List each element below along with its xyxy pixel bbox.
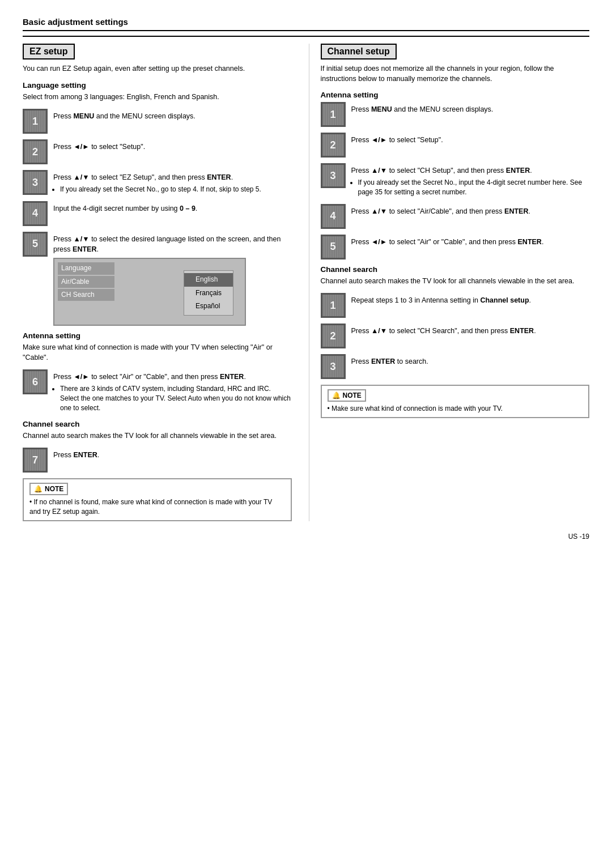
ez-channel-search-title: Channel search [23,420,292,428]
ch-search-step-1-text: Repeat steps 1 to 3 in Antenna setting i… [351,293,532,305]
ch-note-text: • Make sure what kind of connection is m… [328,404,503,414]
ez-step-6: 6 Press ◄/► to select "Air" or "Cable", … [23,369,292,414]
ch-step-4-text: Press ▲/▼ to select "Air/Cable", and the… [351,204,530,216]
ez-note-label-text: 🔔 NOTE [29,483,68,495]
menu-item-aircable: Air/Cable [58,276,114,288]
language-setting-title: Language setting [23,81,292,90]
ez-antenna-setting-section: Antenna setting Make sure what kind of c… [23,331,292,414]
option-francais: Français [184,287,233,300]
ez-step-1: 1 Press MENU and the MENU screen display… [23,109,292,134]
ch-step-5-num: 5 [321,235,346,259]
ez-channel-search-section: Channel search Channel auto search makes… [23,420,292,521]
ch-search-step-2-num: 2 [321,324,346,348]
language-setting-section: Language setting Select from among 3 lan… [23,81,292,326]
ch-channel-search-intro: Channel auto search makes the TV look fo… [321,276,590,287]
channel-setup-section: Channel setup If initial setup does not … [309,44,590,521]
ez-step-6-text: Press ◄/► to select "Air" or "Cable", an… [53,369,292,414]
ch-note-bell-icon: 🔔 [332,392,341,399]
ez-step-2-text: Press ◄/► to select "Setup". [53,139,145,152]
ch-note-label: 🔔 NOTE [328,389,503,402]
language-screen: Language Air/Cable CH Search English Fra… [53,258,246,326]
ez-antenna-setting-intro: Make sure what kind of connection is mad… [23,343,292,363]
ch-step-2-text: Press ◄/► to select "Setup". [351,133,443,145]
ez-note-box: 🔔 NOTE • If no channel is found, make su… [23,478,292,521]
ch-step-2-num: 2 [321,133,346,158]
ch-step-3: 3 Press ▲/▼ to select "CH Setup", and th… [321,163,590,198]
ch-search-step-3-text: Press ENTER to search. [351,354,428,367]
ez-step-5-text: Press ▲/▼ to select the desired language… [53,232,292,326]
language-setting-intro: Select from among 3 languages: English, … [23,92,292,103]
page-number: US -19 [23,533,589,541]
note-bell-icon: 🔔 [34,485,42,493]
ez-note-text: • If no channel is found, make sure what… [29,497,285,517]
ez-step-3: 3 Press ▲/▼ to select "EZ Setup", and th… [23,170,292,195]
ez-antenna-setting-title: Antenna setting [23,331,292,340]
ch-antenna-setting-section: Antenna setting 1 Press MENU and the MEN… [321,91,590,259]
ez-step-2: 2 Press ◄/► to select "Setup". [23,139,292,164]
ez-channel-search-intro: Channel auto search makes the TV look fo… [23,431,292,441]
ez-step-7-num: 7 [23,448,48,473]
ch-step-4: 4 Press ▲/▼ to select "Air/Cable", and t… [321,204,590,229]
ez-step-3-text: Press ▲/▼ to select "EZ Setup", and then… [53,170,261,195]
ch-step-1-num: 1 [321,102,346,127]
ch-search-step-1-num: 1 [321,293,346,318]
ch-step-1: 1 Press MENU and the MENU screen display… [321,102,590,127]
ch-note-label-text: 🔔 NOTE [328,389,366,402]
ch-note-box: 🔔 NOTE • Make sure what kind of connecti… [321,385,590,418]
ez-step-6-num: 6 [23,369,48,394]
ch-step-2: 2 Press ◄/► to select "Setup". [321,133,590,158]
ch-step-4-num: 4 [321,204,346,229]
language-options: English Français Español [184,270,233,316]
ez-step-5: 5 Press ▲/▼ to select the desired langua… [23,232,292,326]
ez-step-4: 4 Input the 4-digit secret number by usi… [23,201,292,226]
ch-search-step-2: 2 Press ▲/▼ to select "CH Search", and t… [321,324,590,348]
ch-search-step-3-num: 3 [321,354,346,379]
ez-step-4-text: Input the 4-digit secret number by using… [53,201,197,214]
ez-setup-label: EZ setup [23,44,75,59]
ez-step-7: 7 Press ENTER. [23,448,292,473]
ch-channel-search-section: Channel search Channel auto search makes… [321,265,590,418]
ch-channel-search-title: Channel search [321,265,590,274]
ez-step-1-text: Press MENU and the MENU screen displays. [53,109,196,121]
ez-step-3-num: 3 [23,170,48,195]
page-title: Basic adjustment settings [23,17,589,31]
ez-note-label: 🔔 NOTE [29,483,285,495]
ez-step-1-num: 1 [23,109,48,134]
option-english: English [184,273,233,286]
ez-step-2-num: 2 [23,139,48,164]
menu-item-language: Language [58,262,114,274]
ch-step-3-text: Press ▲/▼ to select "CH Setup", and then… [351,163,590,198]
ch-step-5: 5 Press ◄/► to select "Air" or "Cable", … [321,235,590,259]
option-espanol: Español [184,300,233,313]
ez-step-7-text: Press ENTER. [53,448,99,460]
channel-setup-intro: If initial setup does not memorize all t… [321,64,590,84]
ez-step-4-num: 4 [23,201,48,226]
ch-step-5-text: Press ◄/► to select "Air" or "Cable", an… [351,235,544,247]
ch-step-3-num: 3 [321,163,346,188]
menu-item-chsearch: CH Search [58,289,114,301]
channel-setup-label: Channel setup [321,44,397,59]
ch-antenna-setting-title: Antenna setting [321,91,590,99]
ch-search-step-2-text: Press ▲/▼ to select "CH Search", and the… [351,324,536,336]
ez-setup-intro: You can run EZ Setup again, even after s… [23,64,292,74]
ch-search-step-1: 1 Repeat steps 1 to 3 in Antenna setting… [321,293,590,318]
ch-step-1-text: Press MENU and the MENU screen displays. [351,102,494,114]
ez-setup-section: EZ setup You can run EZ Setup again, eve… [23,44,292,521]
ch-search-step-3: 3 Press ENTER to search. [321,354,590,379]
ez-step-5-num: 5 [23,232,48,257]
